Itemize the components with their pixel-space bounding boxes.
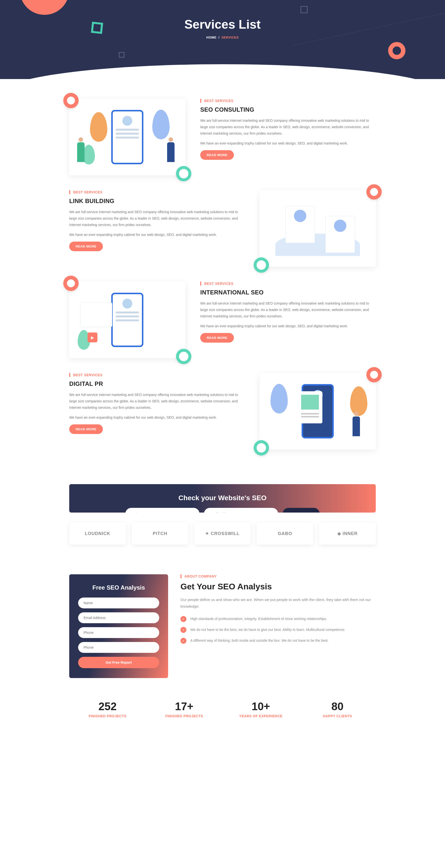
stat-label: YEARS OF EXPERIENCE: [222, 714, 299, 718]
service-label: BEST SERVICES: [200, 282, 376, 285]
read-more-button[interactable]: READ MORE: [200, 333, 234, 343]
stat-label: FINISHED PROJECTS: [69, 714, 146, 718]
stat-item: 10+ YEARS OF EXPERIENCE: [222, 700, 299, 718]
analysis-label: ABOUT COMPANY: [180, 574, 376, 578]
decor-ring: [388, 42, 406, 59]
service-description: We are full-service Internet marketing a…: [69, 392, 245, 411]
stat-number: 10+: [222, 700, 299, 713]
breadcrumb-separator: /: [218, 36, 219, 39]
stats-row: 252 FINISHED PROJECTS 17+ FINISHED PROJE…: [59, 700, 386, 718]
service-illustration: [260, 373, 376, 450]
service-illustration: ▶: [69, 282, 185, 358]
email-input[interactable]: [204, 508, 278, 513]
logo-gabo: GABO: [257, 522, 313, 545]
analysis-form: Free SEO Analysis Get Free Report: [69, 574, 168, 678]
stat-number: 17+: [146, 700, 222, 713]
read-more-button[interactable]: READ MORE: [69, 424, 103, 434]
feature-text: High standards of professionalism, integ…: [190, 616, 327, 622]
service-international-seo: ▶ BEST SERVICES INTERNATIONAL SEO We are…: [69, 282, 376, 358]
service-illustration: [260, 190, 376, 267]
feature-item: ✓ High standards of professionalism, int…: [180, 616, 376, 622]
decor-square: [91, 22, 103, 34]
feature-text: We do not have to be the best, we do hav…: [190, 627, 345, 633]
hero: Services List HOME / SERVICES: [0, 0, 445, 79]
breadcrumb-current: SERVICES: [221, 36, 239, 39]
service-description: We have an ever-expanding trophy cabinet…: [200, 140, 376, 147]
service-label: BEST SERVICES: [200, 99, 376, 103]
read-more-button[interactable]: READ MORE: [69, 242, 103, 251]
analysis-intro: Our people define us and show who we are…: [180, 596, 376, 610]
check-icon: ✓: [180, 627, 186, 633]
stat-item: 17+ FINISHED PROJECTS: [146, 700, 222, 718]
service-title: SEO CONSULTING: [200, 106, 376, 113]
feature-text: A different way of thinking, both inside…: [190, 638, 329, 644]
service-description: We have an ever-expanding trophy cabinet…: [69, 414, 245, 421]
service-illustration: [69, 99, 185, 175]
stat-label: FINISHED PROJECTS: [146, 714, 222, 718]
feature-item: ✓ A different way of thinking, both insi…: [180, 638, 376, 644]
stat-item: 252 FINISHED PROJECTS: [69, 700, 146, 718]
service-description: We are full-service Internet marketing a…: [200, 300, 376, 320]
logo-pitch: PITCH: [132, 522, 188, 545]
stat-item: 80 HAPPY CLIENTS: [299, 700, 376, 718]
logo-loudnick: LOUDNICK: [69, 522, 126, 545]
analysis-headline: Get Your SEO Analysis: [180, 582, 376, 591]
stat-number: 252: [69, 700, 146, 713]
logo-inner: ◈INNER: [319, 522, 376, 545]
service-description: We are full-service Internet marketing a…: [69, 209, 245, 228]
stat-number: 80: [299, 700, 376, 713]
logo-crosswill: ✦CROSSWILL: [194, 522, 251, 545]
service-description: We have an ever-expanding trophy cabinet…: [69, 232, 245, 238]
web-url-input[interactable]: [125, 508, 200, 513]
service-seo-consulting: BEST SERVICES SEO CONSULTING We are full…: [69, 99, 376, 175]
service-digital-pr: BEST SERVICES DIGITAL PR We are full-ser…: [69, 373, 376, 450]
email-input[interactable]: [78, 612, 159, 623]
decor-square: [119, 52, 125, 58]
get-report-button[interactable]: Get Free Report: [78, 657, 159, 668]
feature-item: ✓ We do not have to be the best, we do h…: [180, 627, 376, 633]
services-list: BEST SERVICES SEO CONSULTING We are full…: [69, 79, 376, 474]
check-seo-title: Check your Website's SEO: [82, 494, 363, 502]
service-description: We are full-service Internet marketing a…: [200, 118, 376, 137]
name-input[interactable]: [78, 597, 159, 609]
breadcrumb: HOME / SERVICES: [0, 36, 445, 39]
check-icon: ✓: [180, 638, 186, 644]
analysis-section: Free SEO Analysis Get Free Report ABOUT …: [59, 574, 386, 678]
service-title: INTERNATIONAL SEO: [200, 289, 376, 296]
breadcrumb-home[interactable]: HOME: [206, 36, 216, 39]
stat-label: HAPPY CLIENTS: [299, 714, 376, 718]
check-seo-banner: Check your Website's SEO SUBMIT NOW: [69, 484, 376, 513]
analysis-form-title: Free SEO Analysis: [78, 584, 159, 591]
phone-input[interactable]: [78, 627, 159, 638]
submit-button[interactable]: SUBMIT NOW: [283, 508, 320, 513]
decor-square: [300, 6, 308, 13]
service-label: BEST SERVICES: [69, 373, 245, 377]
partner-logos: LOUDNICK PITCH ✦CROSSWILL GABO ◈INNER: [59, 522, 386, 545]
phone-input[interactable]: [78, 642, 159, 653]
service-link-building: BEST SERVICES LINK BUILDING We are full-…: [69, 190, 376, 267]
service-description: We have an ever-expanding trophy cabinet…: [200, 323, 376, 330]
service-title: LINK BUILDING: [69, 197, 245, 205]
read-more-button[interactable]: READ MORE: [200, 150, 234, 160]
check-icon: ✓: [180, 616, 186, 622]
service-title: DIGITAL PR: [69, 380, 245, 387]
service-label: BEST SERVICES: [69, 190, 245, 194]
